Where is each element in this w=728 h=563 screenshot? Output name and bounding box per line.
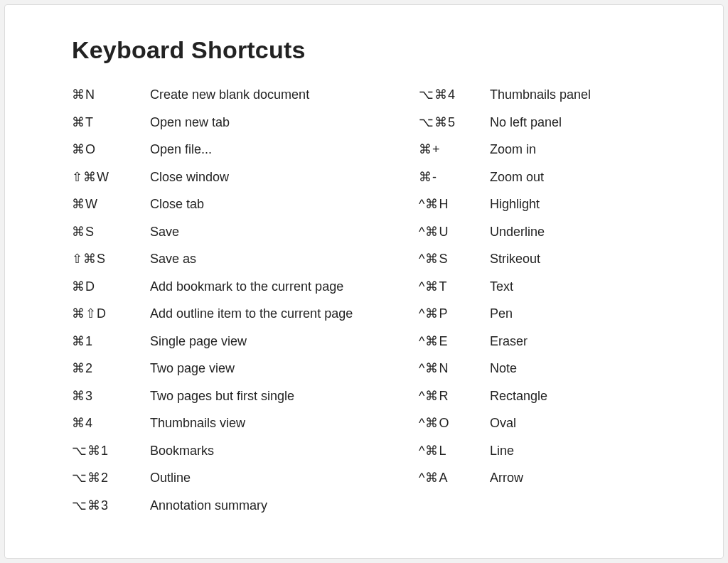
shortcut-description: Add bookmark to the current page — [150, 279, 419, 294]
shortcut-keys: ⌘O — [72, 141, 150, 157]
shortcut-description: Single page view — [150, 334, 419, 349]
shortcut-keys: ^⌘P — [419, 306, 490, 321]
shortcut-description: Underline — [490, 225, 675, 240]
shortcut-description: Create new blank document — [150, 87, 419, 102]
shortcut-description: Zoom in — [490, 142, 675, 157]
shortcut-keys: ⌘2 — [72, 360, 150, 376]
shortcut-keys: ⌘W — [72, 196, 150, 212]
shortcut-row: ^⌘RRectangle — [419, 388, 675, 416]
shortcut-keys: ⌥⌘2 — [72, 470, 150, 486]
shortcut-row: ⇧⌘WClose window — [72, 169, 419, 197]
shortcut-description: Add outline item to the current page — [150, 306, 419, 321]
shortcut-description: Thumbnails view — [150, 416, 419, 431]
shortcut-description: Thumbnails panel — [490, 87, 675, 102]
shortcut-description: Arrow — [490, 471, 675, 486]
shortcut-keys: ⇧⌘W — [72, 169, 150, 185]
shortcut-row: ⌥⌘5No left panel — [419, 114, 675, 142]
shortcut-row: ⌘DAdd bookmark to the current page — [72, 279, 419, 306]
shortcut-keys: ^⌘U — [419, 224, 490, 240]
shortcut-description: Pen — [490, 306, 675, 321]
shortcut-description: Two page view — [150, 361, 419, 376]
shortcut-description: Annotation summary — [150, 498, 419, 513]
shortcut-keys: ^⌘E — [419, 333, 490, 349]
shortcut-row: ^⌘EEraser — [419, 333, 675, 361]
shortcut-description: Outline — [150, 471, 419, 486]
shortcut-row: ^⌘OOval — [419, 415, 675, 443]
shortcut-description: Zoom out — [490, 170, 675, 185]
shortcuts-panel: Keyboard Shortcuts ⌘NCreate new blank do… — [4, 4, 724, 559]
shortcut-description: Oval — [490, 416, 675, 431]
shortcut-row: ^⌘NNote — [419, 360, 675, 388]
shortcut-description: Line — [490, 444, 675, 459]
shortcut-keys: ^⌘N — [419, 360, 490, 376]
shortcut-keys: ⌥⌘1 — [72, 443, 150, 459]
shortcut-keys: ⌘N — [72, 87, 150, 102]
shortcut-column-left: ⌘NCreate new blank document⌘TOpen new ta… — [72, 87, 419, 525]
shortcut-description: No left panel — [490, 115, 675, 130]
shortcut-row: ⌘WClose tab — [72, 196, 419, 224]
shortcut-row: ^⌘TText — [419, 279, 675, 306]
shortcut-keys: ^⌘A — [419, 470, 490, 486]
shortcut-keys: ^⌘L — [419, 443, 490, 459]
shortcut-description: Save as — [150, 252, 419, 267]
shortcut-column-right: ⌥⌘4Thumbnails panel⌥⌘5No left panel⌘+Zoo… — [419, 87, 675, 498]
shortcut-keys: ⌥⌘3 — [72, 498, 150, 513]
page-title: Keyboard Shortcuts — [72, 36, 680, 64]
shortcut-description: Eraser — [490, 334, 675, 349]
shortcut-row: ⌘3Two pages but first single — [72, 388, 419, 416]
shortcut-keys: ^⌘O — [419, 415, 490, 431]
shortcut-row: ⌘4Thumbnails view — [72, 415, 419, 443]
shortcut-row: ⌥⌘3Annotation summary — [72, 498, 419, 525]
shortcut-keys: ⌥⌘4 — [419, 87, 490, 102]
shortcut-keys: ⌘3 — [72, 388, 150, 404]
shortcut-row: ⌘TOpen new tab — [72, 114, 419, 142]
shortcut-description: Bookmarks — [150, 444, 419, 459]
shortcut-row: ⌥⌘4Thumbnails panel — [419, 87, 675, 114]
shortcut-row: ⌘NCreate new blank document — [72, 87, 419, 114]
shortcut-row: ⌘2Two page view — [72, 360, 419, 388]
shortcut-row: ⌘+Zoom in — [419, 141, 675, 169]
shortcut-description: Two pages but first single — [150, 389, 419, 404]
shortcut-keys: ⌥⌘5 — [419, 114, 490, 130]
shortcut-row: ^⌘UUnderline — [419, 224, 675, 252]
shortcut-description: Close window — [150, 170, 419, 185]
shortcut-keys: ⌘T — [72, 114, 150, 130]
shortcut-row: ^⌘AArrow — [419, 470, 675, 498]
shortcut-description: Text — [490, 279, 675, 294]
shortcut-description: Save — [150, 225, 419, 240]
shortcut-keys: ⌘D — [72, 279, 150, 294]
shortcut-keys: ⌘S — [72, 224, 150, 240]
shortcut-keys: ⌘1 — [72, 333, 150, 349]
shortcut-row: ⇧⌘SSave as — [72, 251, 419, 279]
shortcut-row: ^⌘PPen — [419, 306, 675, 333]
shortcut-description: Strikeout — [490, 252, 675, 267]
shortcut-keys: ^⌘R — [419, 388, 490, 404]
shortcut-description: Rectangle — [490, 389, 675, 404]
shortcut-description: Highlight — [490, 197, 675, 212]
shortcut-row: ^⌘HHighlight — [419, 196, 675, 224]
shortcut-row: ⌥⌘1Bookmarks — [72, 443, 419, 471]
shortcut-row: ⌘OOpen file... — [72, 141, 419, 169]
shortcut-description: Note — [490, 361, 675, 376]
shortcut-keys: ^⌘T — [419, 279, 490, 294]
shortcut-row: ⌘1Single page view — [72, 333, 419, 361]
shortcut-keys: ⇧⌘S — [72, 251, 150, 267]
shortcut-row: ⌥⌘2Outline — [72, 470, 419, 498]
shortcut-description: Open new tab — [150, 115, 419, 130]
shortcut-keys: ⌘⇧D — [72, 306, 150, 321]
shortcut-columns: ⌘NCreate new blank document⌘TOpen new ta… — [72, 87, 680, 525]
shortcut-keys: ^⌘S — [419, 251, 490, 267]
shortcut-keys: ⌘4 — [72, 415, 150, 431]
shortcut-description: Open file... — [150, 142, 419, 157]
shortcut-row: ⌘SSave — [72, 224, 419, 252]
shortcut-description: Close tab — [150, 197, 419, 212]
shortcut-row: ⌘⇧DAdd outline item to the current page — [72, 306, 419, 333]
shortcut-row: ^⌘SStrikeout — [419, 251, 675, 279]
shortcut-row: ^⌘LLine — [419, 443, 675, 471]
shortcut-keys: ⌘+ — [419, 141, 490, 157]
shortcut-keys: ^⌘H — [419, 196, 490, 212]
shortcut-row: ⌘-Zoom out — [419, 169, 675, 197]
shortcut-keys: ⌘- — [419, 169, 490, 185]
